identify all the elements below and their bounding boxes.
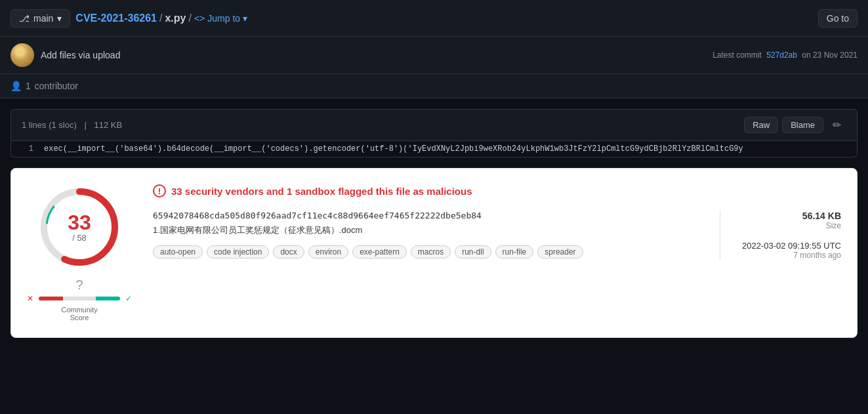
file-name: x.py — [165, 12, 186, 24]
top-bar: ⎇ main ▾ CVE-2021-36261 / x.py / <> Jump… — [0, 0, 868, 37]
vt-tag: macros — [411, 245, 451, 259]
vt-details-row: 65942078468cda505d80f926aad7cf11ec4c88d9… — [153, 211, 841, 260]
avatar-image — [10, 43, 34, 67]
community-label: CommunityScore — [61, 306, 98, 321]
commit-bar: Add files via upload Latest commit 527d2… — [0, 37, 868, 74]
gauge-total: / 58 — [68, 233, 91, 243]
edit-button[interactable]: ✏ — [827, 116, 846, 134]
commit-message: Add files via upload — [41, 50, 120, 60]
file-size: 112 KB — [94, 120, 122, 130]
avatar — [10, 43, 34, 67]
commit-right: Latest commit 527d2ab on 23 Nov 2021 — [713, 51, 858, 60]
branch-icon: ⎇ — [19, 13, 30, 24]
go-to-button[interactable]: Go to — [818, 9, 858, 28]
vt-size-block: 56.14 KB Size — [802, 211, 841, 230]
alert-icon: ! — [153, 184, 166, 197]
check-icon: ✓ — [125, 294, 132, 303]
jump-icon: <> — [194, 13, 205, 24]
contributor-icon: 👤 — [10, 81, 22, 91]
virustotal-panel: 33 / 58 ? ✕ ✓ CommunityScore ! 33 securi… — [10, 168, 858, 338]
commit-left: Add files via upload — [10, 43, 120, 67]
score-bar-green — [96, 297, 120, 300]
vt-date-ago: 7 months ago — [742, 251, 841, 260]
code-area: 1 exec(__import__('base64').b64decode(__… — [10, 141, 858, 157]
vt-tag: exe-pattern — [352, 245, 407, 259]
gauge-score: 33 — [68, 212, 91, 233]
blame-button[interactable]: Blame — [782, 117, 823, 133]
branch-label: main — [33, 13, 53, 24]
community-score-area: ? ✕ ✓ CommunityScore — [27, 278, 132, 321]
jump-chevron-icon: ▾ — [243, 13, 247, 24]
code-content: exec(__import__('base64').b64decode(__im… — [44, 142, 743, 155]
score-bar-track — [39, 297, 120, 300]
contributor-bar: 👤 1 contributor — [0, 74, 868, 98]
vt-tag: run-dll — [455, 245, 491, 259]
branch-button[interactable]: ⎇ main ▾ — [10, 9, 70, 28]
vt-tag: run-file — [495, 245, 534, 259]
vt-size-label: Size — [802, 221, 841, 230]
score-bar-red — [39, 297, 63, 300]
vt-tag: auto-open — [153, 245, 203, 259]
go-to-label: Go to — [827, 13, 849, 24]
vt-filename: 1.国家电网有限公司员工奖惩规定（征求意见稿）.docm — [153, 224, 704, 236]
contributor-count: 1 — [26, 81, 31, 91]
chevron-down-icon: ▾ — [57, 13, 62, 24]
vt-meta-right: 56.14 KB Size 2022-03-02 09:19:55 UTC 7 … — [736, 211, 841, 260]
score-bar-row: ✕ ✓ — [27, 294, 132, 303]
vt-size-value: 56.14 KB — [802, 211, 841, 221]
file-info-bar: 1 lines (1 sloc) | 112 KB Raw Blame ✏ — [10, 109, 858, 141]
code-line-1: 1 exec(__import__('base64').b64decode(__… — [11, 141, 857, 157]
vt-tag: environ — [308, 245, 348, 259]
vt-tag: spreader — [537, 245, 583, 259]
separator1: / — [159, 12, 162, 24]
breadcrumb: CVE-2021-36261 / x.py / <> Jump to ▾ — [75, 12, 247, 24]
file-actions: Raw Blame ✏ — [744, 116, 846, 134]
commit-date: on 23 Nov 2021 — [802, 51, 858, 60]
vt-date-block: 2022-03-02 09:19:55 UTC 7 months ago — [742, 241, 841, 260]
latest-label: Latest commit — [713, 51, 762, 60]
divider — [720, 211, 720, 260]
separator2: / — [188, 12, 191, 24]
vt-hash: 65942078468cda505d80f926aad7cf11ec4c88d9… — [153, 211, 704, 220]
cross-icon: ✕ — [27, 294, 33, 303]
contributor-label: contributor — [35, 81, 78, 91]
lines-label: 1 lines (1 sloc) — [22, 120, 77, 130]
jump-to-label: Jump to — [207, 13, 240, 24]
vt-date-value: 2022-03-02 09:19:55 UTC — [742, 241, 841, 251]
file-meta: 1 lines (1 sloc) | 112 KB — [22, 120, 122, 130]
vt-alert-text: 33 security vendors and 1 sandbox flagge… — [171, 186, 472, 197]
line-number: 1 — [11, 142, 44, 155]
gauge-center: 33 / 58 — [68, 212, 91, 243]
question-mark: ? — [75, 278, 83, 293]
gauge-wrapper: 33 / 58 — [37, 184, 122, 270]
gauge-container: 33 / 58 ? ✕ ✓ CommunityScore — [27, 184, 132, 321]
raw-button[interactable]: Raw — [744, 117, 778, 133]
commit-hash[interactable]: 527d2ab — [766, 51, 797, 60]
vt-tag: docx — [273, 245, 304, 259]
vt-alert: ! 33 security vendors and 1 sandbox flag… — [153, 184, 841, 197]
vt-tags: auto-opencode injectiondocxenvironexe-pa… — [153, 245, 704, 259]
vt-file-details: 65942078468cda505d80f926aad7cf11ec4c88d9… — [153, 211, 704, 259]
repo-name[interactable]: CVE-2021-36261 — [75, 12, 157, 24]
vt-info-section: ! 33 security vendors and 1 sandbox flag… — [153, 184, 841, 260]
jump-to-button[interactable]: <> Jump to ▾ — [194, 13, 247, 24]
vt-tag: code injection — [207, 245, 269, 259]
meta-separator: | — [84, 120, 86, 130]
